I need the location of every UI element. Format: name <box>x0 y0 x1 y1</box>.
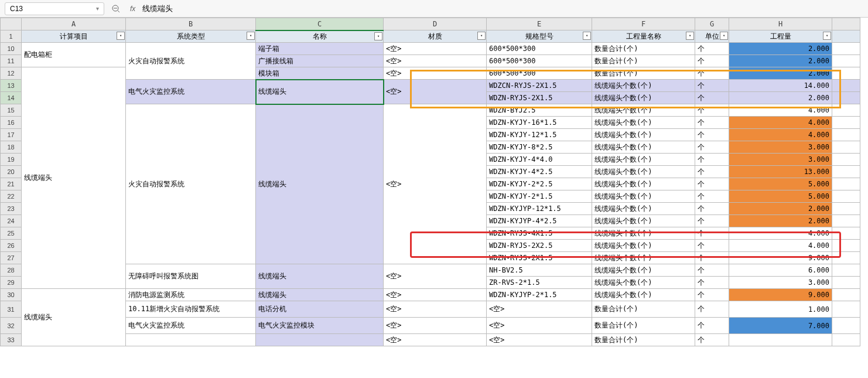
cell-D[interactable]: <空> <box>384 80 487 104</box>
cell-C[interactable]: 线缆端头 <box>256 80 384 104</box>
zoom-out-icon[interactable] <box>109 2 123 15</box>
cell-D[interactable]: <空> <box>384 67 487 80</box>
cell-F[interactable]: 线缆端头个数(个) <box>592 154 695 166</box>
cell-G[interactable]: 个 <box>695 80 729 92</box>
cell-B[interactable]: 无障碍呼叫报警系统图 <box>126 264 256 289</box>
cell-G[interactable]: 个 <box>695 289 729 301</box>
cell-H[interactable]: 2.000 <box>729 203 832 215</box>
row-header[interactable]: 11 <box>1 55 22 67</box>
cell-G[interactable]: 个 <box>695 334 729 346</box>
cell-D[interactable]: <空> <box>384 289 487 301</box>
cell-A[interactable]: 配电箱柜 <box>22 43 126 67</box>
cell-E[interactable]: <空> <box>487 301 592 318</box>
cell-E[interactable]: WDZN-BYJ2.5 <box>487 104 592 117</box>
cell-C[interactable]: 线缆端头 <box>256 264 384 289</box>
cell-H[interactable]: 5.000 <box>729 190 832 203</box>
cell-H[interactable]: 3.000 <box>729 141 832 154</box>
cell-G[interactable]: 个 <box>695 67 729 80</box>
cell-F[interactable]: 线缆端头个数(个) <box>592 141 695 154</box>
cell-F[interactable]: 线缆端头个数(个) <box>592 227 695 240</box>
cell-H[interactable]: 4.000 <box>729 227 832 240</box>
row-header[interactable]: 18 <box>1 141 22 154</box>
cell-F[interactable]: 线缆端头个数(个) <box>592 166 695 178</box>
row-header[interactable]: 16 <box>1 117 22 129</box>
cell-D[interactable]: <空> <box>384 43 487 55</box>
cell-F[interactable]: 线缆端头个数(个) <box>592 240 695 252</box>
cell-C[interactable]: 广播接线箱 <box>256 55 384 67</box>
cell-D[interactable]: <空> <box>384 104 487 264</box>
cell-F[interactable]: 数量合计(个) <box>592 43 695 55</box>
filter-dropdown-icon[interactable]: ▾ <box>477 32 486 40</box>
cell-H[interactable]: 4.000 <box>729 104 832 117</box>
row-header[interactable]: 23 <box>1 203 22 215</box>
column-header-E[interactable]: E <box>487 18 592 30</box>
cell-F[interactable]: 数量合计(个) <box>592 55 695 67</box>
cell-E[interactable]: NH-BV2.5 <box>487 264 592 277</box>
cell-B[interactable]: 电气火灾监控系统 <box>126 80 256 104</box>
cell-E[interactable]: WDZN-KYJYP-2*1.5 <box>487 289 592 301</box>
column-header-B[interactable]: B <box>126 18 256 30</box>
cell-E[interactable]: WDZN-RYJS-2X1.5 <box>487 92 592 104</box>
cell-H[interactable]: 1.000 <box>729 301 832 318</box>
cell-F[interactable]: 线缆端头个数(个) <box>592 178 695 190</box>
filter-header-C[interactable]: 名称▾ <box>256 30 384 43</box>
filter-dropdown-icon[interactable]: ▾ <box>117 32 125 40</box>
cell-G[interactable]: 个 <box>695 117 729 129</box>
cell-H[interactable]: 9.000 <box>729 289 832 301</box>
fx-label[interactable]: fx <box>128 5 138 13</box>
cell-F[interactable]: 数量合计(个) <box>592 334 695 346</box>
cell-F[interactable]: 线缆端头个数(个) <box>592 264 695 277</box>
cell-F[interactable]: 线缆端头个数(个) <box>592 215 695 227</box>
filter-dropdown-icon[interactable]: ▾ <box>583 32 591 40</box>
cell-G[interactable]: 个 <box>695 166 729 178</box>
filter-header-G[interactable]: 单位▾ <box>695 30 729 43</box>
row-header[interactable]: 27 <box>1 252 22 264</box>
cell-B[interactable]: 10.11新增火灾自动报警系统 <box>126 301 256 318</box>
cell-E[interactable]: WDZN-RYJS-2X1.5 <box>487 252 592 264</box>
cell-G[interactable]: 个 <box>695 92 729 104</box>
cell-E[interactable]: WDZN-KYJYP-12*1.5 <box>487 203 592 215</box>
cell-D[interactable]: <空> <box>384 301 487 318</box>
cell-H[interactable]: 4.000 <box>729 129 832 141</box>
row-header[interactable]: 31 <box>1 301 22 318</box>
cell-F[interactable]: 数量合计(个) <box>592 301 695 318</box>
cell-C[interactable]: 电话分机 <box>256 301 384 318</box>
filter-dropdown-icon[interactable]: ▾ <box>720 32 728 40</box>
cell-F[interactable]: 线缆端头个数(个) <box>592 104 695 117</box>
cell-F[interactable]: 线缆端头个数(个) <box>592 190 695 203</box>
cell-E[interactable]: 600*500*300 <box>487 55 592 67</box>
cell-E[interactable]: 600*500*300 <box>487 43 592 55</box>
cell-C[interactable]: 线缆端头 <box>256 289 384 301</box>
cell-E[interactable]: WDZN-RYJS-2X2.5 <box>487 240 592 252</box>
filter-dropdown-icon[interactable]: ▾ <box>686 32 694 40</box>
cell-H[interactable]: 6.000 <box>729 264 832 277</box>
cell-H[interactable]: 2.000 <box>729 43 832 55</box>
row-header[interactable]: 24 <box>1 215 22 227</box>
cell-H[interactable]: 2.000 <box>729 92 832 104</box>
row-header[interactable]: 10 <box>1 43 22 55</box>
cell-G[interactable]: 个 <box>695 240 729 252</box>
row-header[interactable]: 22 <box>1 190 22 203</box>
cell-G[interactable]: 个 <box>695 129 729 141</box>
cell-F[interactable]: 数量合计(个) <box>592 318 695 334</box>
row-header[interactable]: 17 <box>1 129 22 141</box>
cell-E[interactable]: WDZN-KYJY-12*1.5 <box>487 129 592 141</box>
row-header[interactable]: 30 <box>1 289 22 301</box>
formula-input[interactable] <box>142 2 863 15</box>
cell-A[interactable]: 线缆端头 <box>22 67 126 289</box>
cell-E[interactable]: ZR-RVS-2*1.5 <box>487 277 592 289</box>
cell-F[interactable]: 数量合计(个) <box>592 67 695 80</box>
cell-E[interactable]: WDZN-KYJY-4*4.0 <box>487 154 592 166</box>
cell-G[interactable]: 个 <box>695 55 729 67</box>
cell-reference-box[interactable]: C13 ▾ <box>5 2 104 15</box>
cell-C[interactable]: 端子箱 <box>256 43 384 55</box>
cell-G[interactable]: 个 <box>695 154 729 166</box>
cell-C[interactable]: 线缆端头 <box>256 104 384 264</box>
cell-G[interactable]: 个 <box>695 252 729 264</box>
cell-H[interactable]: 2.000 <box>729 215 832 227</box>
filter-header-D[interactable]: 材质▾ <box>384 30 487 43</box>
cell-E[interactable]: <空> <box>487 334 592 346</box>
cell-F[interactable]: 线缆端头个数(个) <box>592 277 695 289</box>
cell-E[interactable]: WDZN-RYJS-4X1.5 <box>487 227 592 240</box>
filter-header-B[interactable]: 系统类型▾ <box>126 30 256 43</box>
